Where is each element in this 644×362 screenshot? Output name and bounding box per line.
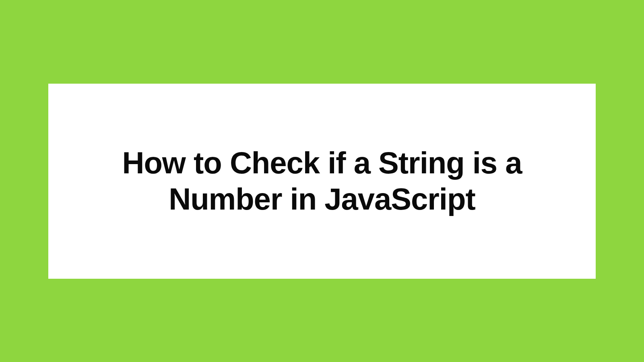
page-title: How to Check if a String is a Number in … — [64, 145, 580, 217]
content-card: How to Check if a String is a Number in … — [48, 84, 596, 279]
